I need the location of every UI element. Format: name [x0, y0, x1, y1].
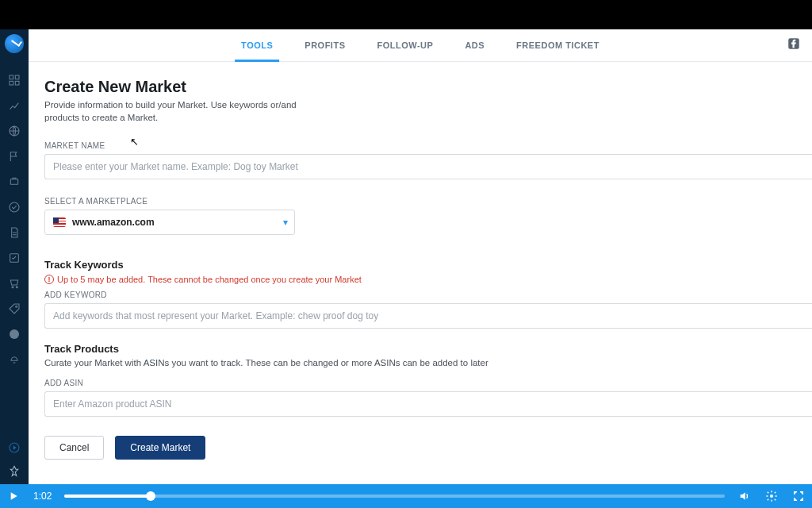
svg-point-14: [770, 495, 773, 498]
add-keyword-label: ADD KEYWORD: [44, 291, 812, 299]
track-products-heading: Track Products: [44, 343, 812, 355]
svg-rect-3: [15, 81, 19, 85]
dashboard-icon[interactable]: [8, 74, 21, 87]
page-subtitle: Provide information to build your Market…: [44, 99, 306, 124]
top-nav: TOOLS PROFITS FOLLOW-UP ADS FREEDOM TICK…: [29, 29, 812, 62]
browser-black-bar: [0, 0, 812, 29]
analytics-icon[interactable]: [8, 99, 21, 112]
left-sidebar: [0, 29, 29, 484]
nav-freedom-ticket[interactable]: FREEDOM TICKET: [500, 29, 615, 61]
check-circle-icon[interactable]: [8, 201, 21, 214]
play-accent-icon[interactable]: [8, 441, 21, 454]
flag-icon[interactable]: [8, 150, 21, 163]
main-content: TOOLS PROFITS FOLLOW-UP ADS FREEDOM TICK…: [29, 29, 812, 484]
nav-followup[interactable]: FOLLOW-UP: [361, 29, 449, 61]
marketplace-select[interactable]: www.amazon.com ▾: [44, 210, 295, 235]
svg-rect-5: [10, 179, 17, 185]
market-name-input[interactable]: [44, 154, 812, 179]
marketplace-value: www.amazon.com: [72, 217, 155, 228]
video-control-bar: 1:02: [0, 484, 812, 508]
svg-point-11: [10, 329, 19, 339]
svg-rect-1: [15, 75, 19, 79]
video-seek-track[interactable]: [64, 495, 725, 498]
add-asin-label: ADD ASIN: [44, 379, 812, 387]
svg-rect-0: [10, 75, 13, 79]
app-logo[interactable]: [5, 34, 24, 53]
lamp-icon[interactable]: [8, 353, 21, 366]
document-icon[interactable]: [8, 226, 21, 239]
nav-profits[interactable]: PROFITS: [289, 29, 361, 61]
play-button[interactable]: [0, 484, 27, 508]
add-asin-input[interactable]: [44, 391, 812, 417]
fullscreen-button[interactable]: [785, 484, 812, 508]
keywords-warning-text: Up to 5 may be added. These cannot be ch…: [57, 275, 362, 284]
track-products-desc: Curate your Market with ASINs you want t…: [44, 358, 812, 368]
svg-rect-2: [10, 81, 13, 85]
nav-tools[interactable]: TOOLS: [225, 29, 289, 61]
svg-point-10: [16, 306, 17, 307]
add-keyword-input[interactable]: [44, 303, 812, 329]
settings-button[interactable]: [758, 484, 785, 508]
pin-icon[interactable]: [8, 465, 21, 478]
facebook-icon[interactable]: [787, 37, 801, 54]
volume-button[interactable]: [731, 484, 758, 508]
chevron-down-icon: ▾: [283, 217, 288, 228]
us-flag-icon: [53, 217, 66, 227]
globe-icon[interactable]: [8, 125, 21, 137]
page-title: Create New Market: [44, 78, 812, 96]
video-progress: [64, 495, 150, 498]
video-time: 1:02: [27, 491, 58, 502]
market-name-label: MARKET NAME: [44, 141, 812, 150]
tools-icon[interactable]: [8, 175, 21, 188]
svg-point-8: [12, 287, 13, 288]
checklist-icon[interactable]: [8, 252, 21, 264]
video-scrub-handle[interactable]: [146, 491, 155, 501]
create-market-button[interactable]: Create Market: [115, 436, 205, 460]
marketplace-label: SELECT A MARKETPLACE: [44, 197, 812, 206]
nav-ads[interactable]: ADS: [449, 29, 500, 61]
tag-icon[interactable]: [8, 302, 21, 315]
svg-point-6: [10, 202, 19, 212]
keywords-warning: ! Up to 5 may be added. These cannot be …: [44, 275, 812, 284]
svg-point-9: [16, 287, 17, 288]
cancel-button[interactable]: Cancel: [44, 436, 104, 460]
cart-icon[interactable]: [8, 277, 21, 290]
warning-icon: !: [44, 275, 54, 284]
profile-icon[interactable]: [8, 328, 21, 341]
track-keywords-heading: Track Keywords: [44, 259, 812, 271]
